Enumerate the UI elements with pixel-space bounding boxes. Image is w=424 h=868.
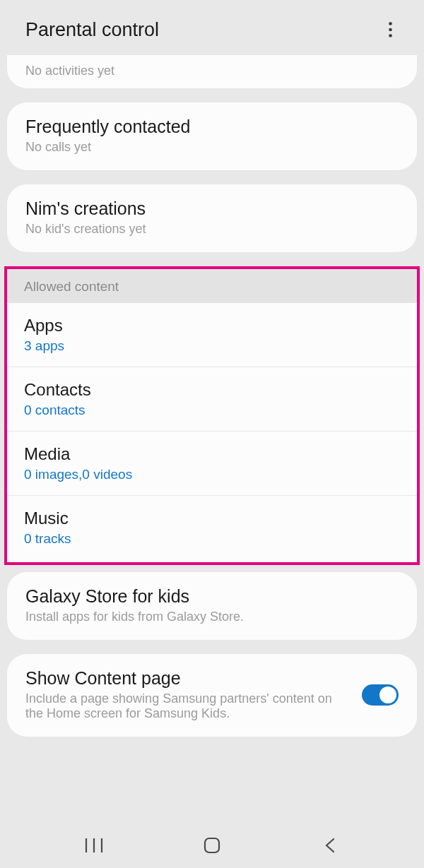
activities-subtitle: No activities yet xyxy=(25,64,399,78)
galaxy-store-subtitle: Install apps for kids from Galaxy Store. xyxy=(25,610,399,624)
back-icon xyxy=(324,837,336,854)
kids-creations-card[interactable]: Nim's creations No kid's creations yet xyxy=(7,184,417,252)
svg-rect-6 xyxy=(205,838,219,852)
svg-point-0 xyxy=(389,22,392,25)
allowed-apps-subtitle: 3 apps xyxy=(24,338,400,354)
allowed-media-item[interactable]: Media 0 images,0 videos xyxy=(7,432,417,496)
galaxy-store-title: Galaxy Store for kids xyxy=(25,586,399,607)
app-header: Parental control xyxy=(0,0,424,55)
allowed-contacts-subtitle: 0 contacts xyxy=(24,403,400,418)
kids-creations-subtitle: No kid's creations yet xyxy=(25,222,399,237)
allowed-content-header: Allowed content xyxy=(7,269,417,303)
toggle-knob xyxy=(379,686,396,703)
allowed-content-section: Allowed content Apps 3 apps Contacts 0 c… xyxy=(4,266,420,565)
page-title: Parental control xyxy=(25,19,159,41)
svg-point-2 xyxy=(389,34,392,37)
show-content-page-card[interactable]: Show Content page Include a page showing… xyxy=(7,654,417,737)
frequently-contacted-card[interactable]: Frequently contacted No calls yet xyxy=(7,102,417,170)
allowed-media-subtitle: 0 images,0 videos xyxy=(24,467,400,482)
nav-back-button[interactable] xyxy=(316,831,344,860)
nav-recent-button[interactable] xyxy=(80,831,108,860)
allowed-music-subtitle: 0 tracks xyxy=(24,531,400,547)
allowed-contacts-title: Contacts xyxy=(24,380,400,400)
kids-creations-title: Nim's creations xyxy=(25,198,399,219)
frequently-contacted-title: Frequently contacted xyxy=(25,117,399,137)
system-nav-bar xyxy=(0,827,424,868)
activities-card[interactable]: No activities yet xyxy=(7,55,417,88)
galaxy-store-card[interactable]: Galaxy Store for kids Install apps for k… xyxy=(7,572,417,640)
home-icon xyxy=(204,837,220,854)
show-content-subtitle: Include a page showing Samsung partners'… xyxy=(25,691,351,721)
allowed-apps-item[interactable]: Apps 3 apps xyxy=(7,303,417,367)
frequently-contacted-subtitle: No calls yet xyxy=(25,140,399,155)
allowed-apps-title: Apps xyxy=(24,316,400,335)
allowed-media-title: Media xyxy=(24,444,400,464)
show-content-title: Show Content page xyxy=(25,668,351,689)
allowed-music-title: Music xyxy=(24,509,400,528)
more-vert-icon xyxy=(389,22,392,37)
allowed-contacts-item[interactable]: Contacts 0 contacts xyxy=(7,367,417,432)
nav-home-button[interactable] xyxy=(198,831,226,860)
more-options-button[interactable] xyxy=(377,17,403,42)
show-content-toggle[interactable] xyxy=(362,684,399,706)
recent-apps-icon xyxy=(85,838,103,852)
svg-point-1 xyxy=(389,28,392,32)
allowed-music-item[interactable]: Music 0 tracks xyxy=(7,496,417,562)
